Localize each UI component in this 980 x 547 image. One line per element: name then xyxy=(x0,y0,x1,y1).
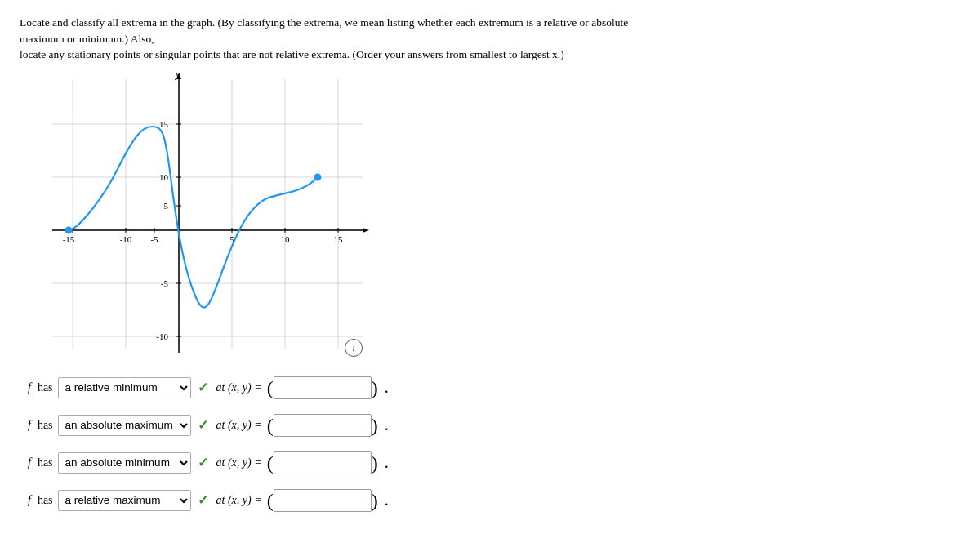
f-label-3: f xyxy=(28,456,31,469)
form-row-3: f has a relative minimum a relative maxi… xyxy=(28,451,960,474)
graph-area: x y -15 -10 -5 5 10 15 10 15 -5 -10 5 xyxy=(20,71,960,365)
open-paren-1: ( xyxy=(267,378,274,398)
instructions: Locate and classify all extrema in the g… xyxy=(20,15,640,63)
graph-svg: x y -15 -10 -5 5 10 15 10 15 -5 -10 5 xyxy=(28,71,371,365)
coord-wrap-4: ( ) xyxy=(267,489,378,512)
has-label-3: has xyxy=(38,456,53,469)
dot-end-1: . xyxy=(385,378,389,397)
check-icon-2: ✓ xyxy=(198,417,208,433)
close-paren-1: ) xyxy=(372,378,378,398)
dot-end-2: . xyxy=(385,416,389,434)
svg-text:x: x xyxy=(370,224,371,236)
open-paren-2: ( xyxy=(267,416,274,435)
svg-text:-10: -10 xyxy=(120,234,132,244)
close-paren-4: ) xyxy=(372,491,378,510)
form-row-1: f has a relative minimum a relative maxi… xyxy=(28,376,960,399)
dropdown-3[interactable]: a relative minimum a relative maximum an… xyxy=(58,452,191,474)
coord-wrap-1: ( ) xyxy=(267,376,378,399)
has-label-1: has xyxy=(38,381,53,394)
svg-text:-10: -10 xyxy=(156,331,168,341)
form-section: f has a relative minimum a relative maxi… xyxy=(28,376,960,512)
coord-wrap-2: ( ) xyxy=(267,414,378,437)
dropdown-2[interactable]: a relative minimum a relative maximum an… xyxy=(58,415,191,436)
svg-text:-5: -5 xyxy=(161,278,169,288)
form-row-4: f has a relative minimum a relative maxi… xyxy=(28,489,960,512)
at-label-2: at (x, y) = xyxy=(216,419,262,432)
has-label-4: has xyxy=(38,494,53,507)
svg-text:15: 15 xyxy=(334,234,344,244)
svg-point-39 xyxy=(65,226,73,233)
svg-text:15: 15 xyxy=(159,119,169,129)
dot-end-4: . xyxy=(385,491,389,509)
svg-text:10: 10 xyxy=(159,172,169,182)
svg-text:-5: -5 xyxy=(150,234,158,244)
svg-text:-15: -15 xyxy=(63,234,75,244)
svg-text:y: y xyxy=(174,71,180,80)
check-icon-4: ✓ xyxy=(198,492,208,508)
coord-input-3[interactable] xyxy=(274,451,372,474)
dropdown-4[interactable]: a relative minimum a relative maximum an… xyxy=(58,490,191,511)
coord-wrap-3: ( ) xyxy=(267,451,378,474)
f-label-1: f xyxy=(28,381,31,394)
open-paren-3: ( xyxy=(267,453,274,473)
at-label-4: at (x, y) = xyxy=(216,494,262,507)
f-label-2: f xyxy=(28,419,31,432)
open-paren-4: ( xyxy=(267,491,274,510)
close-paren-2: ) xyxy=(372,416,378,435)
svg-marker-13 xyxy=(363,228,369,233)
dot-end-3: . xyxy=(385,453,389,472)
form-row-2: f has a relative minimum a relative maxi… xyxy=(28,414,960,437)
svg-point-40 xyxy=(314,173,322,180)
at-label-3: at (x, y) = xyxy=(216,456,262,469)
dropdown-1[interactable]: a relative minimum a relative maximum an… xyxy=(58,377,191,398)
check-icon-1: ✓ xyxy=(198,380,208,395)
svg-text:10: 10 xyxy=(281,234,291,244)
check-icon-3: ✓ xyxy=(198,455,208,470)
f-label-4: f xyxy=(28,494,31,507)
at-label-1: at (x, y) = xyxy=(216,381,262,394)
coord-input-4[interactable] xyxy=(274,489,372,512)
has-label-2: has xyxy=(38,419,53,432)
coord-input-2[interactable] xyxy=(274,414,372,437)
close-paren-3: ) xyxy=(372,453,378,473)
graph-container: x y -15 -10 -5 5 10 15 10 15 -5 -10 5 xyxy=(28,71,371,365)
info-icon[interactable]: i xyxy=(345,339,363,357)
svg-text:5: 5 xyxy=(164,201,169,211)
coord-input-1[interactable] xyxy=(274,376,372,399)
